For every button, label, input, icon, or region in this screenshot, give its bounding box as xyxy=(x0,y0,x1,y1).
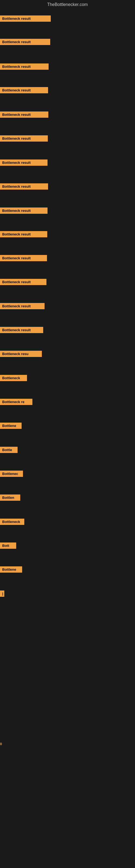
bottom-label: 0 xyxy=(0,742,2,746)
bottleneck-result-item[interactable]: Bottleneck result xyxy=(0,279,46,285)
bottleneck-result-item[interactable]: Bottleneck xyxy=(0,519,24,525)
bottleneck-result-item[interactable]: Bottlene xyxy=(0,423,21,429)
bottleneck-result-item[interactable]: Bott xyxy=(0,542,16,549)
bottleneck-result-item[interactable]: Bottleneck result xyxy=(0,327,43,333)
bottleneck-result-item[interactable]: Bottlenec xyxy=(0,471,23,477)
bottleneck-result-item[interactable]: Bottleneck result xyxy=(0,159,48,166)
bottleneck-result-item[interactable]: Bottlen xyxy=(0,495,20,501)
site-title: TheBottlenecker.com xyxy=(0,0,135,9)
bottleneck-result-item[interactable]: Bottlene xyxy=(0,566,22,572)
bottleneck-result-item[interactable]: Bottleneck result xyxy=(0,39,50,45)
bottleneck-result-item[interactable]: Bottleneck xyxy=(0,375,27,381)
bottleneck-result-item[interactable]: Bottleneck result xyxy=(0,255,47,261)
bottleneck-result-item[interactable]: Bottleneck re xyxy=(0,399,32,405)
bottleneck-result-item[interactable]: Bottle xyxy=(0,447,17,453)
bottleneck-result-item[interactable]: Bottleneck result xyxy=(0,183,48,190)
bottleneck-result-item[interactable]: Bottleneck result xyxy=(0,231,47,237)
bottleneck-result-item[interactable]: Bottleneck result xyxy=(0,112,48,118)
bottleneck-result-item[interactable]: Bottleneck result xyxy=(0,87,48,93)
bottleneck-result-item[interactable]: Bottleneck result xyxy=(0,135,48,142)
bottleneck-result-item[interactable]: Bottleneck result xyxy=(0,208,48,214)
bottleneck-result-item[interactable]: Bottleneck result xyxy=(0,63,49,70)
bottleneck-result-item[interactable]: Bottleneck resu xyxy=(0,351,42,357)
bottleneck-result-item[interactable]: Bottleneck result xyxy=(0,303,45,309)
bottleneck-result-item[interactable]: Bottleneck result xyxy=(0,16,51,22)
bottleneck-result-item[interactable]: | xyxy=(0,590,4,597)
